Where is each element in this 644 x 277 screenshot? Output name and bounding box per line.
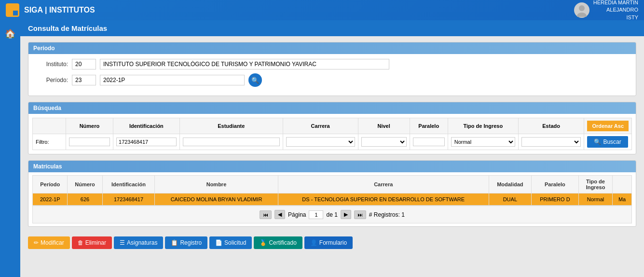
col-carrera: Carrera xyxy=(278,176,489,194)
filtro-label: Filtro: xyxy=(36,139,49,145)
formulario-label: Formulario xyxy=(319,239,347,246)
numero-filter-input[interactable] xyxy=(69,138,110,146)
cell-tipo-ingreso: Normal xyxy=(578,194,612,206)
svg-point-4 xyxy=(579,5,585,11)
carrera-filter-select[interactable] xyxy=(286,137,355,147)
cell-numero: 626 xyxy=(68,194,102,206)
matriculas-table: Período Número Identificación Nombre Car… xyxy=(32,175,632,206)
order-asc-button[interactable]: Ordenar Asc xyxy=(587,121,629,131)
user-role: ALEJANDRO xyxy=(593,6,638,14)
pencil-icon: ✏ xyxy=(34,239,39,246)
formulario-button[interactable]: 👤 Formulario xyxy=(304,236,353,249)
asignaturas-label: Asignaturas xyxy=(127,239,157,246)
cell-identificacion: 1723468417 xyxy=(102,194,155,206)
col-identificacion: Identificación xyxy=(102,176,155,194)
svg-rect-0 xyxy=(7,5,12,10)
nivel-col-header: Nivel xyxy=(358,118,410,134)
carrera-filter-cell xyxy=(283,134,358,150)
estado-filter-select[interactable]: Activo Inactivo xyxy=(521,137,581,147)
periodo-value-input[interactable] xyxy=(100,75,245,85)
of-label: de 1 xyxy=(326,211,337,218)
next-page-button[interactable]: ▶ xyxy=(341,210,351,219)
user-name: HEREDIA MARTIN xyxy=(593,0,638,6)
clipboard-icon: 📋 xyxy=(171,239,178,246)
cell-carrera: DS - TECNOLOGIA SUPERIOR EN DESARROLLO D… xyxy=(278,194,489,206)
tipo-ingreso-filter-cell: Normal -- Extraordinario xyxy=(448,134,518,150)
cell-nombre: CAICEDO MOLINA BRYAN VLADIMIR xyxy=(155,194,278,206)
cell-modalidad: DUAL xyxy=(489,194,531,206)
periodo-panel-header: Período xyxy=(28,42,636,54)
page-label: Página xyxy=(288,211,306,218)
registro-button[interactable]: 📋 Registro xyxy=(165,236,207,249)
asignaturas-button[interactable]: ☰ Asignaturas xyxy=(114,236,163,249)
first-page-button[interactable]: ⏮ xyxy=(260,210,272,219)
buscar-label: Buscar xyxy=(603,138,621,145)
certificado-button[interactable]: 🏅 Certificado xyxy=(254,236,302,249)
identificacion-col-header: Identificación xyxy=(113,118,180,134)
cell-extra: Ma xyxy=(613,194,632,206)
paralelo-col-header: Paralelo xyxy=(410,118,448,134)
app-header: SIGA | INSTITUTOS HEREDIA MARTIN ALEJAND… xyxy=(0,0,644,20)
registro-label: Registro xyxy=(180,239,202,246)
last-page-button[interactable]: ⏭ xyxy=(354,210,366,219)
periodo-search-button[interactable]: 🔍 xyxy=(248,73,262,87)
buscar-button[interactable]: 🔍 Buscar xyxy=(587,136,628,148)
magnifier-icon: 🔍 xyxy=(251,77,259,84)
identificacion-filter-input[interactable] xyxy=(116,138,177,146)
estado-col-header: Estado xyxy=(518,118,584,134)
estado-filter-cell: Activo Inactivo xyxy=(518,134,584,150)
instituto-label: Instituto: xyxy=(34,61,68,68)
col-modalidad: Modalidad xyxy=(489,176,531,194)
eliminar-button[interactable]: 🗑 Eliminar xyxy=(72,236,112,249)
main-content: Consulta de Matrículas Período Instituto… xyxy=(20,20,644,277)
instituto-id-input[interactable] xyxy=(72,59,96,69)
numero-filter-cell xyxy=(66,134,113,150)
sidebar: 🏠 xyxy=(0,20,20,277)
matriculas-panel: Matrículas Período Número Identificación… xyxy=(28,160,636,227)
table-row[interactable]: 2022-1P 626 1723468417 CAICEDO MOLINA BR… xyxy=(33,194,632,206)
tipo-ingreso-filter-select[interactable]: Normal -- Extraordinario xyxy=(451,137,515,147)
solicitud-button[interactable]: 📄 Solicitud xyxy=(209,236,252,249)
estudiante-col-header: Estudiante xyxy=(179,118,283,134)
avatar xyxy=(574,2,589,18)
cell-periodo: 2022-1P xyxy=(33,194,68,206)
instituto-name-input xyxy=(100,59,389,69)
paralelo-filter-input[interactable] xyxy=(413,138,445,146)
periodo-panel: Período Instituto: Período: 🔍 xyxy=(28,42,636,96)
modificar-button[interactable]: ✏ Modificar xyxy=(28,236,70,249)
nivel-filter-cell xyxy=(358,134,410,150)
prev-page-button[interactable]: ◀ xyxy=(274,210,285,219)
estudiante-filter-cell xyxy=(179,134,283,150)
svg-rect-3 xyxy=(13,11,18,15)
col-extra xyxy=(613,176,632,194)
app-title: SIGA | INSTITUTOS xyxy=(24,6,574,14)
instituto-row: Instituto: xyxy=(34,59,630,69)
modificar-label: Modificar xyxy=(41,239,64,246)
action-bar: ✏ Modificar 🗑 Eliminar ☰ Asignaturas 📋 R… xyxy=(28,233,636,251)
cell-paralelo: PRIMERO D xyxy=(531,194,578,206)
filter-row-label: Filtro: xyxy=(33,134,66,150)
col-tipo-ingreso: Tipo deIngreso xyxy=(578,176,612,194)
periodo-id-input[interactable] xyxy=(72,75,96,85)
periodo-label: Período: xyxy=(34,77,68,83)
order-col-header: Ordenar Asc xyxy=(584,118,632,134)
col-periodo: Período xyxy=(33,176,68,194)
nivel-filter-select[interactable] xyxy=(361,137,407,147)
busqueda-panel: Búsqueda Número Identificación Estudiant… xyxy=(28,102,636,154)
page-number-input[interactable] xyxy=(309,210,323,219)
col-paralelo: Paralelo xyxy=(531,176,578,194)
list-icon: ☰ xyxy=(120,239,125,246)
busqueda-panel-header: Búsqueda xyxy=(28,102,636,114)
estudiante-filter-input[interactable] xyxy=(183,138,280,146)
registros-label: # Registros: 1 xyxy=(369,211,405,218)
buscar-cell: 🔍 Buscar xyxy=(584,134,632,150)
document-icon: 📄 xyxy=(215,239,222,246)
paralelo-filter-cell xyxy=(410,134,448,150)
search-icon: 🔍 xyxy=(594,138,601,145)
home-icon[interactable]: 🏠 xyxy=(1,25,19,42)
user-info-area: HEREDIA MARTIN ALEJANDRO ISTY xyxy=(574,0,638,21)
trash-icon: 🗑 xyxy=(78,239,83,246)
carrera-col-header: Carrera xyxy=(283,118,358,134)
col-nombre: Nombre xyxy=(155,176,278,194)
person-icon: 👤 xyxy=(310,239,317,246)
